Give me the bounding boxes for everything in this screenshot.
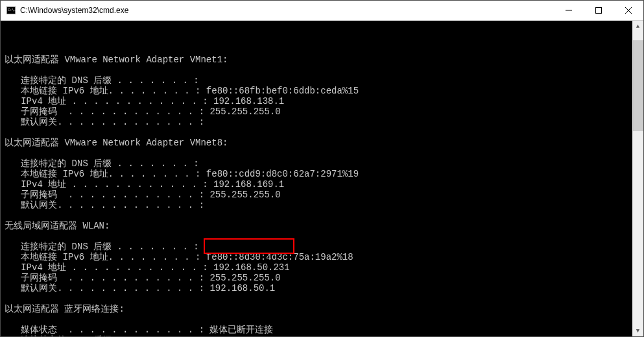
close-button[interactable]: [614, 1, 643, 20]
terminal-line: 默认网关. . . . . . . . . . . . . : 192.168.…: [5, 283, 642, 293]
window-title: C:\Windows\system32\cmd.exe: [20, 6, 554, 15]
terminal-line: [5, 210, 642, 221]
terminal-line: 媒体状态 . . . . . . . . . . . . : 媒体已断开连接: [5, 325, 642, 335]
scroll-up-icon[interactable]: ▲: [632, 21, 643, 32]
terminal-line: 以太网适配器 VMware Network Adapter VMnet1:: [5, 55, 642, 65]
terminal-line: [5, 148, 642, 158]
terminal-output[interactable]: 以太网适配器 VMware Network Adapter VMnet1: 连接…: [1, 21, 643, 336]
terminal-line: [5, 231, 642, 242]
terminal-line: 连接特定的 DNS 后缀 . . . . . . . :: [5, 335, 642, 336]
terminal-line: IPv4 地址 . . . . . . . . . . . . : 192.16…: [5, 262, 642, 273]
scrollbar-thumb[interactable]: [633, 40, 643, 131]
terminal-line: 子网掩码 . . . . . . . . . . . . : 255.255.2…: [5, 190, 642, 200]
terminal-line: 本地链接 IPv6 地址. . . . . . . . : fe80::8d30…: [5, 252, 642, 262]
window-controls: [554, 1, 643, 20]
terminal-line: 子网掩码 . . . . . . . . . . . . : 255.255.2…: [5, 106, 642, 117]
terminal-line: 本地链接 IPv6 地址. . . . . . . . : fe80::68fb…: [5, 86, 642, 96]
scrollbar[interactable]: ▲ ▼: [632, 21, 643, 336]
terminal-line: 默认网关. . . . . . . . . . . . . :: [5, 117, 642, 127]
maximize-button[interactable]: [584, 1, 614, 20]
terminal-line: 以太网适配器 蓝牙网络连接:: [5, 304, 642, 314]
terminal-line: 连接特定的 DNS 后缀 . . . . . . . :: [5, 158, 642, 169]
terminal-line: [5, 44, 642, 55]
terminal-line: 默认网关. . . . . . . . . . . . . :: [5, 200, 642, 210]
terminal-line: 子网掩码 . . . . . . . . . . . . : 255.255.2…: [5, 273, 642, 283]
terminal-line: [5, 127, 642, 138]
terminal-line: 连接特定的 DNS 后缀 . . . . . . . :: [5, 242, 642, 252]
terminal-line: [5, 65, 642, 75]
cmd-window: C:\. C:\Windows\system32\cmd.exe 以太网适配器 …: [0, 0, 644, 337]
terminal-line: 连接特定的 DNS 后缀 . . . . . . . :: [5, 75, 642, 86]
svg-rect-0: [596, 8, 602, 14]
terminal-line: 本地链接 IPv6 地址. . . . . . . . : fe80::cdd9…: [5, 169, 642, 179]
terminal-line: [5, 293, 642, 304]
terminal-line: [5, 314, 642, 325]
terminal-line: IPv4 地址 . . . . . . . . . . . . : 192.16…: [5, 179, 642, 190]
titlebar[interactable]: C:\. C:\Windows\system32\cmd.exe: [1, 1, 643, 21]
cmd-icon: C:\.: [6, 5, 16, 16]
terminal-line: 无线局域网适配器 WLAN:: [5, 221, 642, 231]
scroll-down-icon[interactable]: ▼: [632, 325, 643, 336]
terminal-line: 以太网适配器 VMware Network Adapter VMnet8:: [5, 138, 642, 148]
minimize-button[interactable]: [554, 1, 584, 20]
terminal-line: IPv4 地址 . . . . . . . . . . . . : 192.16…: [5, 96, 642, 106]
